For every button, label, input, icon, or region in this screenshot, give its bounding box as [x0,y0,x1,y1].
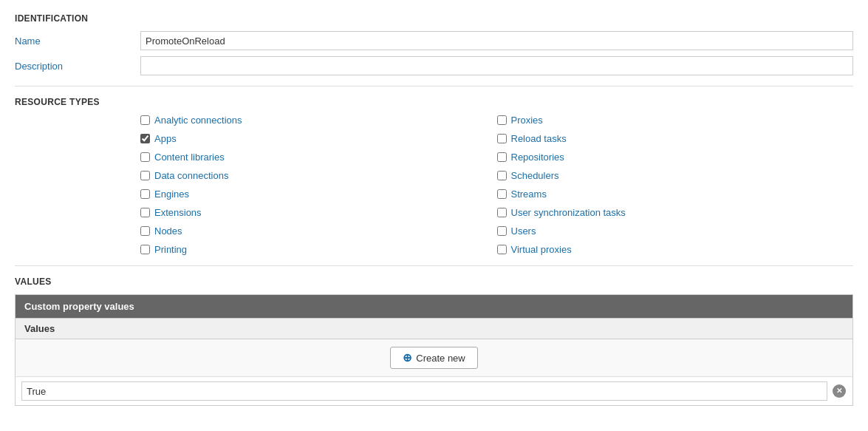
resource-types-title: RESOURCE TYPES [15,97,853,107]
checkbox-content-libraries-input[interactable] [140,152,150,162]
value-input[interactable] [21,381,827,401]
checkbox-engines-label: Engines [154,189,189,200]
name-label: Name [15,35,140,47]
checkbox-analytic-connections-label: Analytic connections [154,115,242,126]
checkbox-printing[interactable]: Printing [140,244,497,255]
create-new-button[interactable]: ⊕ Create new [390,347,477,369]
checkbox-engines[interactable]: Engines [140,189,497,200]
checkbox-analytic-connections-input[interactable] [140,115,150,125]
remove-value-button[interactable] [832,384,847,398]
checkbox-nodes-label: Nodes [154,225,182,237]
name-row: Name [15,31,853,50]
checkbox-extensions-label: Extensions [154,207,202,218]
checkbox-streams-label: Streams [511,189,547,200]
description-row: Description [15,56,853,75]
name-input[interactable] [140,31,853,50]
checkbox-extensions-input[interactable] [140,208,150,217]
checkbox-user-sync-tasks[interactable]: User synchronization tasks [497,207,854,218]
values-title: VALUES [15,276,853,287]
checkbox-data-connections-label: Data connections [154,170,228,181]
divider-1 [15,86,853,86]
checkbox-nodes[interactable]: Nodes [140,225,497,237]
description-input[interactable] [140,56,853,75]
checkbox-content-libraries[interactable]: Content libraries [140,152,497,163]
checkbox-reload-tasks-input[interactable] [497,134,507,143]
checkbox-streams-input[interactable] [497,189,507,199]
checkbox-schedulers-input[interactable] [497,171,507,180]
checkbox-repositories-input[interactable] [497,152,507,162]
checkboxes-container: Analytic connections Apps Content librar… [140,115,853,255]
checkbox-apps-label: Apps [154,133,177,144]
checkbox-user-sync-tasks-label: User synchronization tasks [511,207,626,218]
checkbox-proxies-input[interactable] [497,115,507,125]
checkbox-users-input[interactable] [497,226,507,236]
plus-circle-icon: ⊕ [403,351,412,364]
checkbox-schedulers-label: Schedulers [511,170,559,181]
right-checkbox-column: Proxies Reload tasks Repositories Schedu… [497,115,854,255]
checkbox-nodes-input[interactable] [140,226,150,236]
table-header: Custom property values [16,295,853,319]
checkbox-engines-input[interactable] [140,189,150,199]
checkbox-analytic-connections[interactable]: Analytic connections [140,115,497,126]
checkbox-repositories[interactable]: Repositories [497,152,854,163]
checkbox-proxies[interactable]: Proxies [497,115,854,126]
checkbox-printing-label: Printing [154,244,187,255]
checkbox-apps[interactable]: Apps [140,133,497,144]
resource-types-section: RESOURCE TYPES Analytic connections Apps… [15,97,853,255]
table-column-header: Values [16,319,853,339]
checkbox-reload-tasks[interactable]: Reload tasks [497,133,854,144]
checkbox-virtual-proxies-input[interactable] [497,245,507,254]
checkbox-users-label: Users [511,225,536,237]
checkbox-users[interactable]: Users [497,225,854,237]
checkbox-extensions[interactable]: Extensions [140,207,497,218]
checkbox-proxies-label: Proxies [511,115,543,126]
checkbox-virtual-proxies-label: Virtual proxies [511,244,572,255]
checkbox-apps-input[interactable] [140,134,150,143]
custom-property-table: Custom property values Values ⊕ Create n… [15,294,853,406]
checkbox-reload-tasks-label: Reload tasks [511,133,567,144]
identification-section: IDENTIFICATION Name Description [15,13,853,75]
checkbox-content-libraries-label: Content libraries [154,152,225,163]
left-checkbox-column: Analytic connections Apps Content librar… [140,115,497,255]
page-content: IDENTIFICATION Name Description RESOURCE… [0,0,868,419]
create-new-label: Create new [416,353,465,364]
checkbox-streams[interactable]: Streams [497,189,854,200]
checkbox-data-connections-input[interactable] [140,171,150,180]
checkbox-data-connections[interactable]: Data connections [140,170,497,181]
checkbox-repositories-label: Repositories [511,152,564,163]
value-input-row [16,376,852,405]
divider-2 [15,265,853,266]
checkbox-virtual-proxies[interactable]: Virtual proxies [497,244,854,255]
checkbox-schedulers[interactable]: Schedulers [497,170,854,181]
checkbox-user-sync-tasks-input[interactable] [497,208,507,217]
description-label: Description [15,61,140,72]
create-new-row: ⊕ Create new [16,339,852,376]
checkbox-printing-input[interactable] [140,245,150,254]
identification-title: IDENTIFICATION [15,13,853,24]
remove-icon [833,384,846,398]
values-section: VALUES Custom property values Values ⊕ [15,276,853,406]
